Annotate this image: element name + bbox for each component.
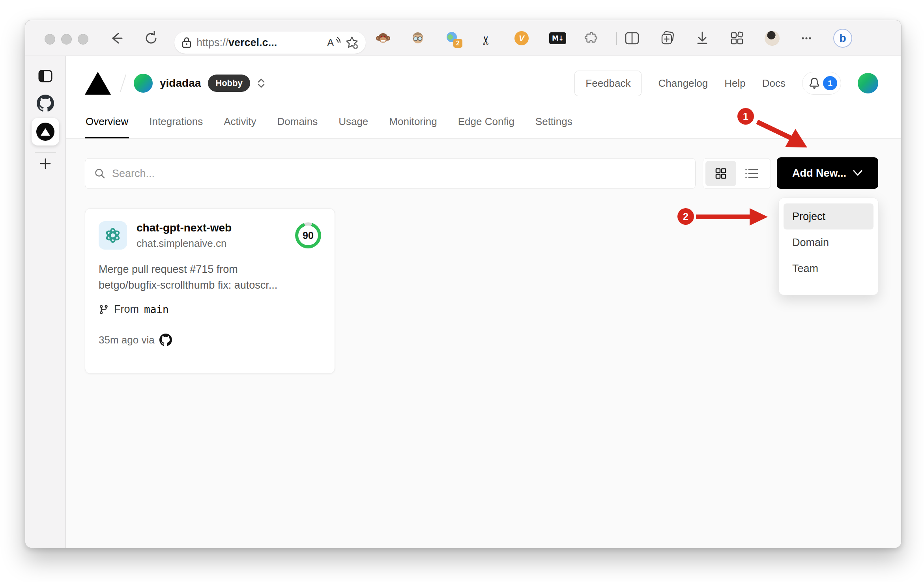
docs-link[interactable]: Docs xyxy=(762,77,786,90)
git-branch-icon xyxy=(99,304,109,315)
search-box xyxy=(85,158,696,189)
more-menu-icon[interactable] xyxy=(799,31,814,45)
sidebar-divider xyxy=(35,152,56,153)
add-new-label: Add New... xyxy=(792,167,846,179)
annotation-step-1: 1 xyxy=(737,108,754,125)
list-view-button[interactable] xyxy=(736,161,767,186)
user-avatar[interactable] xyxy=(858,73,878,93)
bell-icon xyxy=(809,78,820,89)
extensions-group: 2 ✂ V M↓ xyxy=(376,30,598,47)
dropdown-item-team[interactable]: Team xyxy=(784,256,873,282)
tab-settings[interactable]: Settings xyxy=(535,116,573,138)
back-button[interactable] xyxy=(108,30,125,47)
deploy-time: 35m ago via xyxy=(99,334,155,346)
card-top: chat-gpt-next-web chat.simplenaive.cn 90 xyxy=(99,221,321,250)
traffic-lights xyxy=(45,34,88,45)
new-tab-button[interactable] xyxy=(39,157,52,170)
view-toggle xyxy=(703,158,771,189)
dropdown-item-project[interactable]: Project xyxy=(784,203,873,229)
tab-domains[interactable]: Domains xyxy=(277,116,319,138)
project-name[interactable]: chat-gpt-next-web xyxy=(137,222,232,234)
scissors-extension-icon[interactable]: ✂ xyxy=(479,31,495,45)
refresh-button[interactable] xyxy=(142,30,160,47)
page-header: yidadaa Hobby Feedback Changelog Help Do… xyxy=(66,56,901,139)
collections-icon[interactable] xyxy=(660,30,675,46)
help-link[interactable]: Help xyxy=(724,77,745,90)
tab-overview[interactable]: Overview xyxy=(85,116,129,138)
markdown-extension-icon[interactable]: M↓ xyxy=(549,30,563,46)
add-new-button[interactable]: Add New... xyxy=(777,157,878,189)
project-domain[interactable]: chat.simplenaive.cn xyxy=(137,237,232,250)
tab-integrations[interactable]: Integrations xyxy=(148,116,204,138)
url-text: https://vercel.c... xyxy=(196,37,322,49)
tab-monitoring[interactable]: Monitoring xyxy=(388,116,438,138)
download-icon[interactable] xyxy=(695,31,709,46)
plan-badge: Hobby xyxy=(208,75,250,92)
openai-logo-icon xyxy=(103,225,123,246)
score-ring[interactable]: 90 xyxy=(295,222,321,248)
team-row: yidadaa Hobby Feedback Changelog Help Do… xyxy=(85,69,878,97)
vercel-tab-icon xyxy=(36,123,54,141)
browser-toolbar: https://vercel.c... A 2 ✂ V M↓ xyxy=(25,20,901,56)
split-screen-icon[interactable] xyxy=(624,31,640,45)
browser-window: https://vercel.c... A 2 ✂ V M↓ xyxy=(25,20,902,548)
annotation-step-2: 2 xyxy=(677,208,694,225)
toolbar-right-group: b xyxy=(624,30,852,47)
toolbar-divider xyxy=(616,32,617,45)
dropdown-item-domain[interactable]: Domain xyxy=(784,229,873,256)
vercel-logo[interactable] xyxy=(85,72,111,95)
minimize-button[interactable] xyxy=(61,34,72,45)
search-input[interactable] xyxy=(112,168,686,180)
add-new-dropdown: Project Domain Team xyxy=(778,198,879,295)
header-right: Feedback Changelog Help Docs 1 xyxy=(574,71,878,96)
vercel-tab-active[interactable] xyxy=(32,118,59,146)
monkey-extension-icon[interactable] xyxy=(376,30,390,46)
list-view-icon xyxy=(744,168,759,179)
lock-icon xyxy=(181,37,192,48)
commit-message: Merge pull request #715 from betgo/bugfi… xyxy=(99,261,321,293)
github-tab-icon[interactable] xyxy=(37,95,54,112)
extension-count-badge: 2 xyxy=(453,39,462,48)
browser-profile-avatar[interactable] xyxy=(765,31,780,46)
svg-text:A: A xyxy=(327,37,334,48)
favorite-star-icon[interactable] xyxy=(345,36,359,49)
v-extension-icon[interactable]: V xyxy=(514,30,529,46)
team-switcher-icon[interactable] xyxy=(256,78,266,89)
grid-view-button[interactable] xyxy=(705,161,736,186)
nav-tabs: Overview Integrations Activity Domains U… xyxy=(85,116,573,138)
feedback-button[interactable]: Feedback xyxy=(574,71,642,96)
deploy-meta-row: 35m ago via xyxy=(99,334,321,346)
notifications-button[interactable]: 1 xyxy=(802,72,841,95)
changelog-link[interactable]: Changelog xyxy=(658,77,708,90)
edge-sidebar xyxy=(25,56,66,548)
tab-edge-config[interactable]: Edge Config xyxy=(457,116,515,138)
commit-line-2: betgo/bugfix-scrollthumb fix: autoscr... xyxy=(99,277,321,293)
close-button[interactable] xyxy=(45,34,55,45)
branch-row: From main xyxy=(99,303,321,315)
grid-view-icon xyxy=(714,167,728,180)
bing-chat-icon[interactable]: b xyxy=(833,29,852,48)
branch-name: main xyxy=(144,304,169,315)
read-aloud-icon[interactable]: A xyxy=(326,36,340,49)
zoom-button[interactable] xyxy=(78,34,88,45)
breadcrumb-slash xyxy=(120,75,126,92)
address-bar[interactable]: https://vercel.c... A xyxy=(174,32,366,54)
project-card[interactable]: chat-gpt-next-web chat.simplenaive.cn 90… xyxy=(85,208,335,374)
from-label: From xyxy=(114,303,139,315)
apps-launcher-icon[interactable] xyxy=(729,30,745,46)
github-icon xyxy=(159,334,172,346)
notification-count-badge: 1 xyxy=(823,76,837,90)
person-extension-icon[interactable] xyxy=(410,30,425,46)
tab-activity[interactable]: Activity xyxy=(223,116,257,138)
score-value: 90 xyxy=(298,226,318,245)
team-name[interactable]: yidadaa xyxy=(160,77,201,90)
search-icon xyxy=(94,168,106,179)
translate-extension-icon[interactable]: 2 xyxy=(445,30,459,46)
project-favicon xyxy=(99,221,127,250)
vercel-page: yidadaa Hobby Feedback Changelog Help Do… xyxy=(66,56,901,548)
team-avatar[interactable] xyxy=(134,74,153,93)
puzzle-extensions-icon[interactable] xyxy=(584,30,598,46)
chevron-down-icon xyxy=(853,170,863,177)
tab-usage[interactable]: Usage xyxy=(338,116,369,138)
sidebar-panel-icon[interactable] xyxy=(38,69,53,83)
